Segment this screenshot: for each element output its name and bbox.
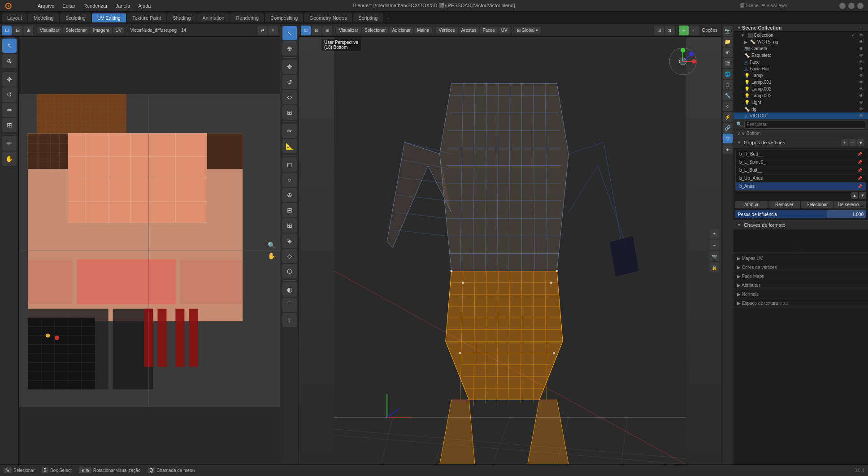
uv-options-btn[interactable]: ≡ [268,26,278,35]
vgroup-item-up-anus[interactable]: b_Up_Anus 📌 [736,174,866,182]
victor-view-icon[interactable]: 👁 [858,113,864,118]
props-particles-icon[interactable]: ⁘ [723,101,733,111]
vp-render-btn[interactable]: ○ [690,26,699,35]
uv-tool-scale[interactable]: ⇔ [2,103,17,117]
tool-add-cube[interactable]: ◻ [282,157,297,172]
props-material-icon[interactable]: ● [723,144,733,154]
close-btn[interactable] [857,3,864,9]
tool-knife[interactable]: ◇ [282,249,297,263]
item-lamp003[interactable]: 💡 Lamp.003 👁 [733,92,868,99]
sk-scrollbar[interactable] [733,252,868,254]
minimize-btn[interactable] [839,3,846,9]
vp-selecionar-btn[interactable]: Selecionar [362,27,388,34]
rig-view-icon[interactable]: 👁 [858,107,864,112]
item-victor[interactable]: △ VICTOR 👁 [733,113,868,119]
uv-tool-transform[interactable]: ⊞ [2,118,17,132]
uv-zoom-pan[interactable]: ✋ [266,251,276,261]
uv-tool-move[interactable]: ✥ [2,72,17,87]
shape-keys-header[interactable]: ▼ Chaves de formato [733,221,868,229]
props-output-icon[interactable]: 📁 [723,37,733,47]
item-esqueleto[interactable]: 🦴 Esqueleto 👁 [733,52,868,59]
uv-uv-btn[interactable]: UV [113,27,125,34]
tab-animation[interactable]: Animation [197,13,230,22]
tool-loop-cut[interactable]: ◈ [282,234,297,248]
uv-imagem-btn[interactable]: Imagem [90,27,112,34]
texture-space-section[interactable]: ▶ Espaço de textura 3.0.1 [733,299,868,308]
attributes-section[interactable]: ▶ Attributes [733,281,868,290]
props-constraints-icon[interactable]: 🔗 [723,123,733,133]
tab-add[interactable]: + [384,13,394,22]
lamp003-view-icon[interactable]: 👁 [858,93,864,98]
tool-add-sphere[interactable]: ○ [282,173,297,187]
maximize-btn[interactable] [848,3,855,9]
uv-select-mode-edge[interactable]: ⊟ [13,26,22,35]
cam-view-icon[interactable]: 👁 [858,46,864,51]
props-object-icon[interactable]: ◻ [723,80,733,90]
collection-root[interactable]: ▼ ⬛ Collection ✓ 👁 [733,32,868,39]
tool-measure[interactable]: 📐 [282,139,297,153]
tool-cursor[interactable]: ⊕ [282,41,297,56]
vp-select-mode-edge[interactable]: ⊟ [312,26,321,35]
uv-tool-cursor[interactable]: ⊕ [2,54,17,68]
tab-scripting[interactable]: Scripting [353,13,383,22]
uv-zoom-in[interactable]: 🔍 [266,240,276,250]
vp-select-mode-face[interactable]: ⊞ [322,26,332,35]
vp-visualizar-btn[interactable]: Visualizar [336,27,361,34]
3d-viewport[interactable]: ⊡ ⊟ ⊞ Visualizar Selecionar Adicionar Ma… [299,24,721,464]
uv-texture-display[interactable] [19,37,280,464]
props-data-icon[interactable]: ▽ [723,134,733,143]
lamp001-view-icon[interactable]: 👁 [858,80,864,85]
vp-xray-btn[interactable]: ◑ [665,26,675,35]
item-camera[interactable]: 📷 Camera 👁 [733,45,868,52]
tool-randomize[interactable]: ⁘ [282,313,297,327]
item-rig[interactable]: 🦴 rig 👁 [733,106,868,113]
vp-camera-view[interactable]: 📷 [709,251,719,261]
menu-arquivo[interactable]: Arquivo [34,2,58,9]
nav-gizmo[interactable]: X Y Z [667,46,699,77]
vp-global-btn[interactable]: ⊞ Global ▾ [514,27,541,34]
tab-rendering[interactable]: Rendering [230,13,264,22]
tool-inset[interactable]: ⊟ [282,203,297,217]
item-lamp[interactable]: 💡 Lamp 👁 [733,72,868,79]
tool-smooth[interactable]: ⌒ [282,298,297,312]
vp-zoom-in[interactable]: + [709,229,719,239]
tab-layout[interactable]: Layout [2,13,27,22]
vgroup-item-l-spine[interactable]: b_L_Spine0_ 📌 [736,158,866,166]
vertex-colors-section[interactable]: ▶ Cores de vértices [733,263,868,272]
item-wgts-rig[interactable]: ▶ 🦴 WGTS_rig 👁 [733,39,868,45]
sc-filter-icon[interactable]: ≡ [858,26,864,30]
vg-selecionar-btn[interactable]: Selecionar [801,201,833,208]
uv-selecionar-btn[interactable]: Selecionar [63,27,89,34]
item-light[interactable]: 💡 Light 👁 [733,99,868,106]
uv-tool-select[interactable]: ↖ [2,39,17,53]
uv-visualizar-btn[interactable]: Visualizar [37,27,62,34]
vg-remover-btn[interactable]: Remover [768,201,801,208]
menu-editar[interactable]: Editar [59,2,79,9]
wgts-view-icon[interactable]: 👁 [858,39,864,44]
tab-geometry-nodes[interactable]: Geometry Nodes [304,13,352,22]
item-lamp001[interactable]: 💡 Lamp.001 👁 [733,79,868,86]
tab-shading[interactable]: Shading [167,13,196,22]
vp-solid-btn[interactable]: ● [679,26,689,35]
uv-select-mode-vertex[interactable]: ⊡ [2,26,12,35]
col-view-icon[interactable]: 👁 [858,33,864,38]
vgroup-item-anus[interactable]: b_Anus 📌 [736,182,866,190]
props-modifier-icon[interactable]: 🔧 [723,91,733,100]
vg-deselecionar-btn[interactable]: De selecio... [834,201,867,208]
uv-sync-btn[interactable]: ⇄ [257,26,267,35]
vgroup-weight-bar[interactable]: Pesos de influência 1.000 [735,210,866,218]
col-hide-icon[interactable]: ✓ [850,33,856,38]
vp-arestas-btn[interactable]: Arestas [459,27,479,34]
tool-bevel[interactable]: ⊞ [282,218,297,233]
tab-sculpting[interactable]: Sculpting [60,13,91,22]
lamp-view-icon[interactable]: 👁 [858,73,864,78]
face-maps-section[interactable]: ▶ Face Maps [733,272,868,281]
uv-select-mode-face[interactable]: ⊞ [23,26,33,35]
lamp002-view-icon[interactable]: 👁 [858,87,864,91]
tab-uv-editing[interactable]: UV Editing [92,13,126,22]
vg-remove-btn[interactable]: − [849,139,856,146]
tool-rotate[interactable]: ↺ [282,75,297,89]
props-scene-icon[interactable]: 🎬 [723,58,733,68]
vp-vertices-btn[interactable]: Vértices [436,27,457,34]
vg-atribuir-btn[interactable]: Atribuir [735,201,768,208]
